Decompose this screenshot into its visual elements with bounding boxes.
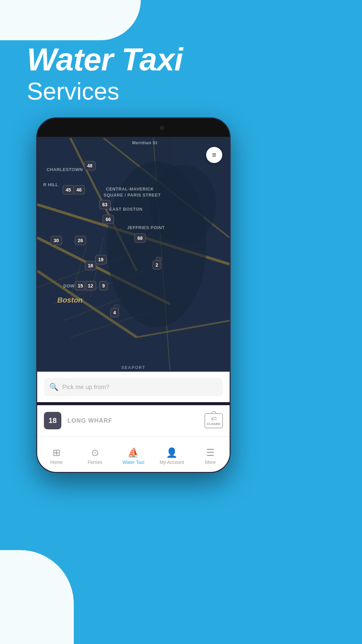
map-marker-30[interactable]: 30 — [51, 236, 62, 245]
map-marker-12[interactable]: 12 — [85, 281, 96, 290]
map-marker-4[interactable]: 4 — [110, 308, 119, 317]
nav-item-ferries[interactable]: ⊙ Ferries — [76, 444, 114, 465]
bg-top-blob — [0, 0, 141, 40]
map-label-rhill: R HILL — [43, 182, 58, 187]
map-marker-2-back — [156, 257, 162, 261]
bottom-nav: ⊞ Home ⊙ Ferries ⛵ Water Taxi 👤 My Accou… — [37, 437, 230, 472]
map-marker-19[interactable]: 19 — [95, 255, 107, 264]
svg-point-15 — [150, 165, 216, 245]
closed-badge-0: 🏷 CLOSED — [204, 413, 223, 428]
seaport-label: SEAPORT — [121, 365, 145, 370]
search-icon: 🔍 — [49, 383, 58, 391]
map-marker-4-back — [114, 305, 120, 309]
nav-item-account[interactable]: 👤 My Account — [153, 444, 191, 465]
account-icon: 👤 — [166, 447, 178, 458]
map-label-jeffries: JEFFRIES POINT — [127, 225, 165, 230]
map-marker-48[interactable]: 48 — [84, 161, 96, 170]
map-menu-button[interactable]: ≡ — [206, 147, 222, 163]
bg-bottom-blob — [0, 550, 74, 644]
map-label-charlestown: CHARLESTOWN — [47, 167, 83, 172]
closed-text-0: CLOSED — [207, 422, 221, 426]
map-area: CHARLESTOWN R HILL CENTRAL-MAVERICK SQUA… — [37, 137, 230, 372]
menu-hamburger-icon: ≡ — [212, 151, 217, 159]
map-marker-66[interactable]: 66 — [103, 215, 114, 224]
phone-mockup: CHARLESTOWN R HILL CENTRAL-MAVERICK SQUA… — [36, 117, 231, 473]
location-number-0: 18 — [44, 412, 61, 429]
location-item-0[interactable]: 18 LONG WHARF 🏷 CLOSED — [37, 405, 230, 436]
phone-notch — [103, 123, 156, 132]
map-svg — [37, 137, 230, 372]
map-marker-63[interactable]: 63 — [99, 200, 111, 209]
closed-icon-0: 🏷 — [211, 416, 217, 422]
map-label-central: CENTRAL-MAVERICK — [106, 186, 154, 192]
nav-item-home[interactable]: ⊞ Home — [37, 444, 76, 465]
map-marker-2[interactable]: 2 — [153, 260, 161, 270]
map-marker-45[interactable]: 45 — [63, 185, 74, 195]
search-placeholder[interactable]: Pick me up from? — [62, 384, 109, 391]
map-label-eastboston: EAST BOSTON — [109, 207, 142, 212]
header-section: Water Taxi Services — [27, 44, 183, 105]
nav-label-ferries: Ferries — [87, 460, 102, 465]
page-title-line2: Services — [27, 78, 183, 105]
nav-label-home: Home — [50, 460, 63, 465]
map-marker-46[interactable]: 46 — [73, 185, 85, 195]
nav-label-account: My Account — [160, 460, 184, 465]
hanger-icon-0 — [212, 411, 216, 414]
search-section: 🔍 Pick me up from? — [37, 372, 230, 402]
map-marker-26[interactable]: 26 — [75, 236, 86, 245]
boston-label: Boston — [57, 296, 83, 305]
watertaxi-icon: ⛵ — [127, 447, 139, 458]
location-name-0: LONG WHARF — [67, 417, 198, 424]
map-label-paris: SQUARE / PARIS STREET — [104, 193, 161, 198]
phone-topbar — [37, 118, 230, 137]
map-marker-9[interactable]: 9 — [99, 281, 108, 290]
search-bar[interactable]: 🔍 Pick me up from? — [44, 378, 223, 396]
more-icon: ☰ — [206, 447, 215, 458]
nav-item-more[interactable]: ☰ More — [191, 444, 230, 465]
map-marker-68[interactable]: 68 — [134, 233, 146, 243]
map-marker-15[interactable]: 15 — [75, 281, 86, 290]
map-marker-18[interactable]: 18 — [85, 261, 96, 270]
map-label-meridianst: Meridian St — [132, 140, 158, 145]
nav-label-more: More — [205, 460, 216, 465]
nav-label-watertaxi: Water Taxi — [122, 460, 144, 465]
ferries-icon: ⊙ — [91, 447, 99, 458]
nav-item-watertaxi[interactable]: ⛵ Water Taxi — [114, 444, 153, 465]
camera-dot — [160, 125, 164, 130]
page-title-line1: Water Taxi — [27, 44, 183, 75]
home-icon: ⊞ — [53, 447, 60, 458]
